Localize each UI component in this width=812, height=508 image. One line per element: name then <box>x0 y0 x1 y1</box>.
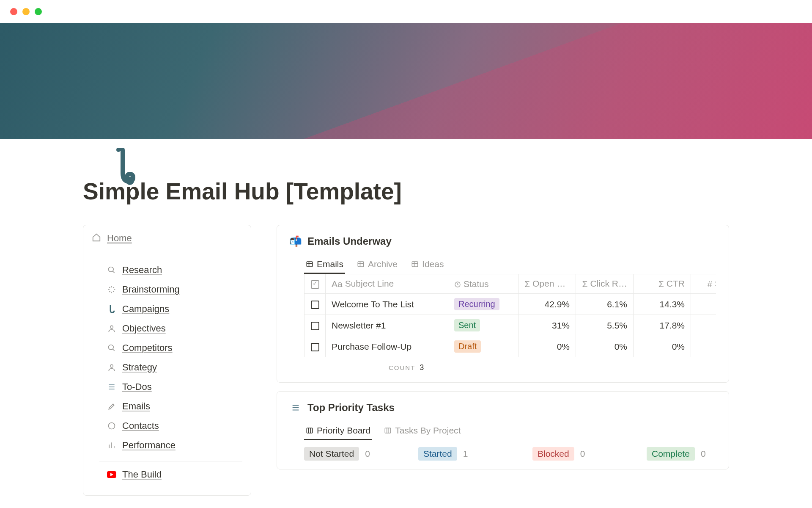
cell-ctr: 17.8% <box>634 315 691 336</box>
sidebar-item-to-dos[interactable]: To-Dos <box>92 377 242 397</box>
sidebar-item-label: Objectives <box>122 323 166 334</box>
cell-open-rate: 31% <box>518 315 576 336</box>
column-count: 1 <box>463 449 468 459</box>
svg-rect-11 <box>385 428 391 433</box>
row-checkbox[interactable] <box>304 336 326 357</box>
row-checkbox[interactable] <box>304 294 326 315</box>
sidebar-item-objectives[interactable]: Objectives <box>92 319 242 338</box>
svg-rect-8 <box>412 262 418 267</box>
svg-point-4 <box>110 364 113 367</box>
sidebar-item-contacts[interactable]: Contacts <box>92 416 242 436</box>
column-ctr[interactable]: ΣCTR <box>634 274 691 294</box>
bars-icon <box>107 441 116 450</box>
cell-subject: Newsletter #1 <box>326 315 448 336</box>
sidebar-item-the-build[interactable]: The Build <box>92 465 242 484</box>
window-minimize-button[interactable] <box>22 8 30 15</box>
sidebar-item-label: Competitors <box>122 342 173 353</box>
cell-ctr: 0% <box>634 336 691 357</box>
column-subject[interactable]: AaSubject Line <box>326 274 448 294</box>
page-logo-icon <box>104 148 142 186</box>
sidebar-item-label: Performance <box>122 440 176 451</box>
column-count: 0 <box>580 449 585 459</box>
envelope-icon: 📬 <box>290 235 302 247</box>
sidebar-item-campaigns[interactable]: Campaigns <box>92 299 242 319</box>
tab-label: Emails <box>317 259 343 269</box>
table-count: COUNT 3 <box>389 357 716 374</box>
board-column-blocked[interactable]: Blocked0 <box>532 447 639 461</box>
svg-point-3 <box>109 345 114 350</box>
column-sent-to[interactable]: #Sent To <box>691 274 716 294</box>
column-count: 0 <box>365 449 370 459</box>
status-badge: Not Started <box>304 447 359 461</box>
cell-click-rate: 0% <box>576 336 634 357</box>
tab-label: Priority Board <box>317 425 370 436</box>
svg-rect-10 <box>307 428 313 433</box>
priority-board: Not Started0Started1Blocked0Complete0Hid <box>304 447 716 461</box>
divider <box>99 461 242 461</box>
tab-priority-board[interactable]: Priority Board <box>304 422 372 440</box>
sidebar-item-emails[interactable]: Emails <box>92 397 242 416</box>
column-click-rate[interactable]: ΣClick R… <box>576 274 634 294</box>
window-close-button[interactable] <box>10 8 17 15</box>
cell-sent-to <box>691 336 716 357</box>
cell-status: Recurring <box>448 294 518 315</box>
logo-icon <box>107 304 116 314</box>
todo-icon <box>107 383 116 391</box>
cell-sent-to: 145 <box>691 315 716 336</box>
window-zoom-button[interactable] <box>35 8 42 15</box>
home-icon <box>92 233 101 244</box>
cell-ctr: 14.3% <box>634 294 691 315</box>
column-count: 0 <box>701 449 706 459</box>
tab-label: Tasks By Project <box>395 425 461 436</box>
sidebar-item-brainstorming[interactable]: Brainstorming <box>92 280 242 299</box>
column-status[interactable]: Status <box>448 274 518 294</box>
status-badge: Started <box>418 447 457 461</box>
sparkle-icon <box>107 285 116 294</box>
sidebar-item-label: To-Dos <box>122 381 152 392</box>
svg-rect-7 <box>358 262 364 267</box>
tasks-tabs: Priority BoardTasks By Project <box>290 422 716 440</box>
emails-table: AaSubject Line Status ΣOpen R… ΣClick R…… <box>304 274 716 357</box>
cell-open-rate: 42.9% <box>518 294 576 315</box>
table-row[interactable]: Purchase Follow-UpDraft0%0%0% <box>304 336 716 357</box>
column-open-rate[interactable]: ΣOpen R… <box>518 274 576 294</box>
column-checkbox[interactable] <box>304 274 326 294</box>
sidebar: Home ResearchBrainstormingCampaignsObjec… <box>83 225 251 496</box>
tab-emails[interactable]: Emails <box>304 256 345 274</box>
cell-click-rate: 6.1% <box>576 294 634 315</box>
emails-tabs: EmailsArchiveIdeas <box>290 256 716 274</box>
sidebar-item-performance[interactable]: Performance <box>92 436 242 455</box>
svg-rect-6 <box>307 262 313 267</box>
page-title: Simple Email Hub [Template] <box>83 177 729 205</box>
svg-point-2 <box>110 326 113 329</box>
tab-tasks-by-project[interactable]: Tasks By Project <box>382 422 462 440</box>
tab-label: Ideas <box>422 259 444 269</box>
tab-ideas[interactable]: Ideas <box>409 256 445 274</box>
board-column-complete[interactable]: Complete0 <box>647 447 716 461</box>
sidebar-item-label: Strategy <box>122 362 157 373</box>
cell-status: Sent <box>448 315 518 336</box>
sidebar-item-research[interactable]: Research <box>92 260 242 280</box>
table-row[interactable]: Newsletter #1Sent31%5.5%17.8%14545 <box>304 315 716 336</box>
table-row[interactable]: Welcome To The ListRecurring42.9%6.1%14.… <box>304 294 716 315</box>
svg-point-5 <box>109 423 115 429</box>
sidebar-item-home[interactable]: Home <box>92 233 242 251</box>
card-title: Top Priority Tasks <box>307 402 395 414</box>
emails-underway-card: 📬 Emails Underway EmailsArchiveIdeas <box>277 225 729 383</box>
sidebar-item-competitors[interactable]: Competitors <box>92 338 242 358</box>
sidebar-item-strategy[interactable]: Strategy <box>92 358 242 377</box>
sidebar-item-label: Brainstorming <box>122 284 180 295</box>
top-priority-tasks-card: Top Priority Tasks Priority BoardTasks B… <box>277 391 729 469</box>
cell-open-rate: 0% <box>518 336 576 357</box>
main-content: 📬 Emails Underway EmailsArchiveIdeas <box>277 225 729 478</box>
todo-icon <box>290 403 302 412</box>
sidebar-item-label: Home <box>107 233 132 244</box>
tab-archive[interactable]: Archive <box>355 256 399 274</box>
board-column-not-started[interactable]: Not Started0 <box>304 447 411 461</box>
cell-subject: Purchase Follow-Up <box>326 336 448 357</box>
board-column-started[interactable]: Started1 <box>418 447 525 461</box>
cell-click-rate: 5.5% <box>576 315 634 336</box>
cell-status: Draft <box>448 336 518 357</box>
row-checkbox[interactable] <box>304 315 326 336</box>
circle-icon <box>107 422 116 430</box>
